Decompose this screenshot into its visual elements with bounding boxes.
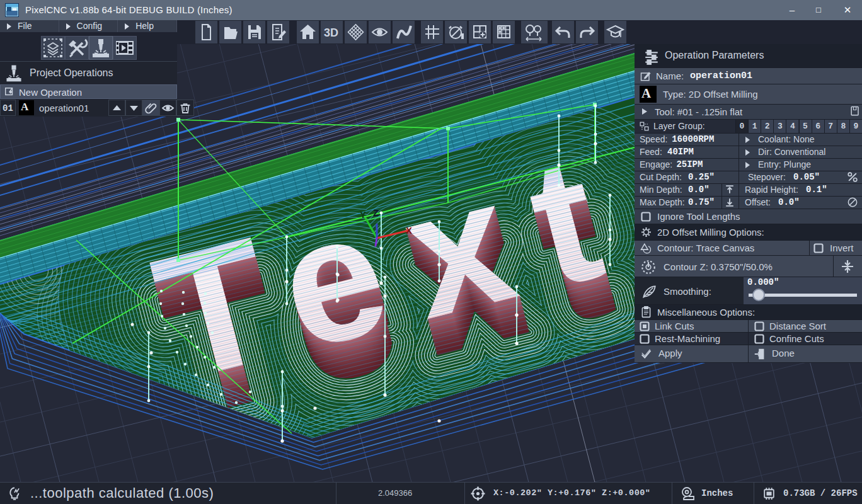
svg-text:Z: Z — [373, 207, 379, 218]
svg-text:X: X — [406, 225, 412, 236]
svg-text:3D: 3D — [324, 26, 338, 39]
svg-text:Y: Y — [360, 209, 366, 220]
